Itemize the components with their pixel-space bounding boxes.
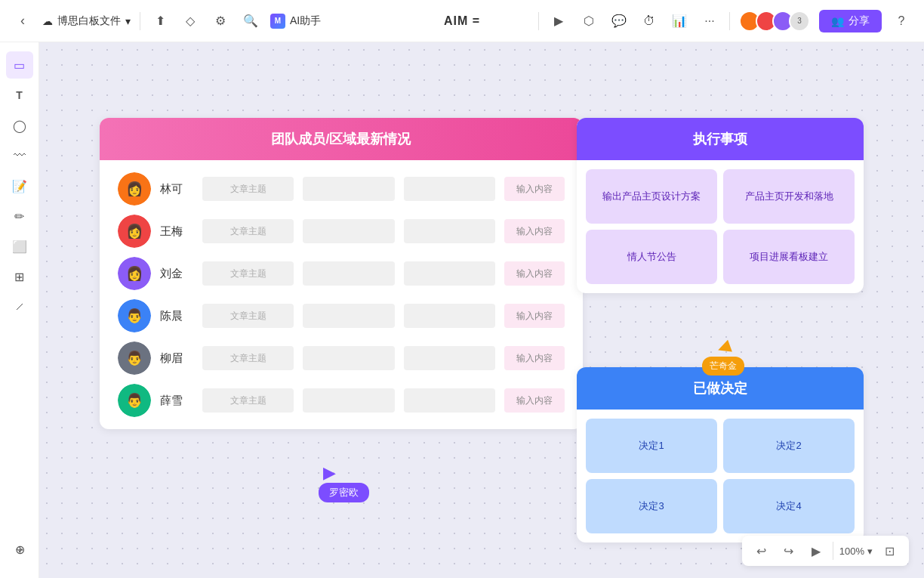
decision-card[interactable]: 已做决定 决定1 决定2 决定3 决定4: [577, 367, 864, 542]
back-button[interactable]: ‹: [12, 11, 33, 32]
play-icon[interactable]: ▶: [548, 11, 569, 32]
tool-sticky-note[interactable]: 📝: [6, 172, 33, 199]
cell-article-theme[interactable]: 文章主题: [202, 261, 294, 286]
exec-item-label: 项目进展看板建立: [750, 250, 828, 264]
exec-card[interactable]: 执行事项 输出产品主页设计方案 产品主页开发和落地 情人节公告 项目进展看板建立: [577, 118, 864, 293]
cell-text: 文章主题: [230, 352, 266, 365]
input-cell[interactable]: 输入内容: [504, 261, 565, 286]
cloud-icon: ☁: [42, 15, 53, 27]
redo-button[interactable]: ↪: [778, 540, 799, 561]
exec-item-2[interactable]: 产品主页开发和落地: [723, 169, 855, 224]
input-label: 输入内容: [516, 267, 553, 280]
avatar-chenchen: 👨: [118, 299, 151, 332]
undo-button[interactable]: ↩: [751, 540, 772, 561]
team-card-header: 团队成员/区域最新情况: [100, 118, 583, 160]
cell-article-theme[interactable]: 文章主题: [202, 177, 294, 201]
file-dropdown-icon: ▾: [125, 15, 131, 27]
zoom-control[interactable]: 100% ▾: [839, 546, 873, 557]
decision-item-1[interactable]: 决定1: [586, 419, 717, 473]
table-row: 👩 林可 文章主题 输入内容: [118, 172, 565, 206]
decision-item-4[interactable]: 决定4: [723, 479, 855, 533]
exec-item-1[interactable]: 输出产品主页设计方案: [586, 169, 717, 224]
cell-empty-2[interactable]: [404, 304, 495, 328]
cell-article-theme[interactable]: 文章主题: [202, 219, 294, 243]
search-icon[interactable]: 🔍: [240, 11, 261, 32]
cell-empty-1[interactable]: [303, 219, 394, 243]
help-icon[interactable]: ?: [891, 11, 912, 32]
avatar-xuexue: 👨: [118, 384, 151, 417]
cursor-mango: ▶ 芒奇金: [702, 337, 744, 376]
chat-icon[interactable]: 💬: [608, 11, 630, 32]
decision-item-label: 决定3: [639, 499, 664, 513]
layer-icon[interactable]: ⊕: [6, 536, 33, 563]
tag-icon[interactable]: ◇: [180, 11, 201, 32]
cell-empty-1[interactable]: [303, 177, 394, 201]
cell-empty-1[interactable]: [303, 261, 394, 286]
fit-screen-button[interactable]: ⊡: [879, 540, 900, 561]
upload-icon[interactable]: ⬆: [149, 11, 171, 32]
team-card-title: 团队成员/区域最新情况: [271, 131, 411, 147]
input-cell[interactable]: 输入内容: [504, 346, 565, 370]
zoom-dropdown-icon: ▾: [867, 546, 873, 557]
cursor-collab-icon[interactable]: ⬡: [578, 11, 599, 32]
tool-draw[interactable]: ✏: [6, 202, 33, 230]
exec-item-4[interactable]: 项目进展看板建立: [723, 230, 855, 284]
cell-text: 文章主题: [230, 310, 266, 323]
cell-empty-2[interactable]: [404, 177, 495, 201]
cell-empty-2[interactable]: [404, 219, 495, 243]
cell-article-theme[interactable]: 文章主题: [202, 304, 294, 328]
tool-selection[interactable]: ▭: [6, 51, 33, 79]
tool-shapes[interactable]: ◯: [6, 112, 33, 139]
team-card[interactable]: 团队成员/区域最新情况 👩 林可 文章主题 输入内容: [100, 118, 583, 429]
decision-item-3[interactable]: 决定3: [586, 479, 717, 533]
divider: [140, 12, 140, 30]
cell-empty-2[interactable]: [404, 346, 495, 370]
tool-text[interactable]: T: [6, 82, 33, 109]
cell-empty-2[interactable]: [404, 388, 495, 413]
main-canvas[interactable]: 团队成员/区域最新情况 👩 林可 文章主题 输入内容: [39, 42, 924, 578]
bottom-toolbar: ↩ ↪ ▶ 100% ▾ ⊡: [742, 536, 909, 566]
share-button[interactable]: 👥 分享: [819, 10, 882, 32]
cell-empty-1[interactable]: [303, 304, 394, 328]
tool-connector[interactable]: ⟋: [6, 293, 33, 320]
file-name-button[interactable]: ☁ 博思白板文件 ▾: [42, 14, 131, 28]
input-cell[interactable]: 输入内容: [504, 177, 565, 201]
ai-label: AI助手: [290, 14, 321, 28]
decision-item-label: 决定1: [639, 439, 664, 453]
avatar-liujin: 👩: [118, 257, 151, 290]
bottom-left-tool[interactable]: ⊕: [6, 536, 33, 563]
tool-table[interactable]: ⊞: [6, 263, 33, 290]
settings-icon[interactable]: ⚙: [210, 11, 231, 32]
cell-empty-2[interactable]: [404, 261, 495, 286]
avatar-linke: 👩: [118, 172, 151, 206]
decision-item-2[interactable]: 决定2: [723, 419, 855, 473]
avatar-group: 3: [739, 11, 810, 32]
cursor-romeo: ▶ 罗密欧: [319, 463, 369, 502]
exec-item-3[interactable]: 情人节公告: [586, 230, 717, 284]
input-cell[interactable]: 输入内容: [504, 219, 565, 243]
more-icon[interactable]: ···: [699, 11, 720, 32]
cell-empty-1[interactable]: [303, 388, 394, 413]
cell-text: 文章主题: [230, 225, 266, 238]
cursor-mango-label: 芒奇金: [702, 357, 744, 376]
cell-empty-1[interactable]: [303, 346, 394, 370]
topbar-left: ‹ ☁ 博思白板文件 ▾ ⬆ ◇ ⚙ 🔍 M AI助手: [12, 11, 321, 32]
ai-logo-icon: M: [270, 14, 285, 29]
decision-item-label: 决定2: [776, 439, 801, 453]
cell-article-theme[interactable]: 文章主题: [202, 388, 294, 413]
exec-item-label: 产品主页开发和落地: [745, 190, 833, 203]
cursor-romeo-label: 罗密欧: [319, 483, 369, 502]
input-label: 输入内容: [516, 394, 553, 407]
ai-assistant-button[interactable]: M AI助手: [270, 14, 321, 29]
share-label: 分享: [849, 14, 870, 28]
cell-article-theme[interactable]: 文章主题: [202, 346, 294, 370]
input-cell[interactable]: 输入内容: [504, 304, 565, 328]
input-cell[interactable]: 输入内容: [504, 388, 565, 413]
tool-frame[interactable]: ⬜: [6, 233, 33, 260]
timer-icon[interactable]: ⏱: [639, 11, 660, 32]
tool-pen[interactable]: 〰: [6, 142, 33, 169]
chart-icon[interactable]: 📊: [669, 11, 690, 32]
member-name: 王梅: [160, 224, 193, 239]
play-button[interactable]: ▶: [805, 540, 827, 561]
divider-bottom: [833, 542, 833, 560]
